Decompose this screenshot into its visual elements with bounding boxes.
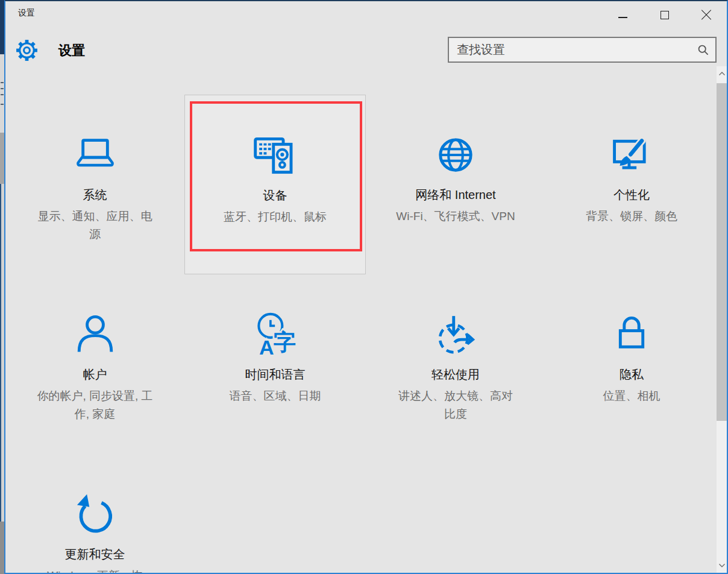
tile-subtitle: 位置、相机 <box>570 387 694 405</box>
tile-title: 更新和安全 <box>5 546 184 563</box>
tile-subtitle: 你的帐户, 同步设置, 工作, 家庭 <box>33 387 157 423</box>
minimize-button[interactable] <box>602 1 644 29</box>
tile-subtitle: 语音、区域、日期 <box>213 387 337 405</box>
laptop-icon <box>5 131 184 179</box>
minimize-icon <box>618 17 627 18</box>
tile-subtitle: Wi-Fi、飞行模式、VPN <box>374 207 538 226</box>
tile-title: 系统 <box>5 187 184 203</box>
tile-privacy[interactable]: 隐私 位置、相机 <box>545 274 718 454</box>
svg-text:A: A <box>259 336 274 359</box>
refresh-icon <box>5 490 184 538</box>
search-icon[interactable] <box>697 44 709 56</box>
tile-title: 时间和语言 <box>184 367 366 383</box>
tile-title: 帐户 <box>5 367 184 383</box>
background-text-speck <box>1 82 4 83</box>
tile-network-internet[interactable]: 网络和 Internet Wi-Fi、飞行模式、VPN <box>366 95 545 274</box>
background-window-strip <box>0 54 4 133</box>
clock-language-icon: A 字 <box>184 311 366 359</box>
settings-window: 设置 <box>4 0 728 574</box>
tile-update-security[interactable]: 更新和安全 Windows 更新、恢 <box>5 454 184 574</box>
window-controls <box>602 1 727 29</box>
tile-time-language[interactable]: A 字 时间和语言 语音、区域、日期 <box>184 274 366 454</box>
background-text-speck <box>1 94 4 95</box>
background-window-strip <box>0 184 4 522</box>
background-text-speck <box>1 104 4 105</box>
settings-tile-grid: 系统 显示、通知、应用、电源 <box>5 95 718 574</box>
tile-subtitle: 讲述人、放大镜、高对比度 <box>394 387 518 423</box>
maximize-icon <box>661 11 669 19</box>
svg-text:字: 字 <box>273 329 295 355</box>
window-title: 设置 <box>18 8 35 19</box>
tile-devices[interactable]: 设备 蓝牙、打印机、鼠标 <box>184 95 366 274</box>
background-window-titlebar-strip <box>0 0 4 54</box>
close-icon <box>701 10 712 20</box>
titlebar[interactable]: 设置 <box>5 1 727 30</box>
tile-subtitle: 蓝牙、打印机、鼠标 <box>213 208 337 226</box>
person-icon <box>5 311 184 359</box>
page-title: 设置 <box>58 42 85 60</box>
background-window-strip <box>0 133 4 184</box>
tile-ease-of-access[interactable]: 轻松使用 讲述人、放大镜、高对比度 <box>366 274 545 454</box>
search-settings-box <box>448 37 717 63</box>
tile-system[interactable]: 系统 显示、通知、应用、电源 <box>5 95 184 274</box>
tile-title: 网络和 Internet <box>366 187 545 203</box>
tile-title: 个性化 <box>545 187 718 203</box>
tile-title: 隐私 <box>545 367 718 383</box>
search-settings-input[interactable] <box>449 38 715 62</box>
maximize-button[interactable] <box>644 1 685 29</box>
monitor-paintbrush-icon <box>545 131 718 179</box>
tile-accounts[interactable]: 帐户 你的帐户, 同步设置, 工作, 家庭 <box>5 274 184 454</box>
scroll-down-button[interactable] <box>717 560 727 572</box>
tile-subtitle: 背景、锁屏、颜色 <box>570 207 694 226</box>
ease-of-access-icon <box>366 311 545 359</box>
scrollbar-thumb[interactable] <box>717 83 727 421</box>
background-window-sliver <box>0 0 4 574</box>
background-text-speck <box>1 88 4 89</box>
tile-title: 设备 <box>185 188 365 204</box>
tile-subtitle: Windows 更新、恢 <box>13 567 177 574</box>
keyboard-speaker-icon <box>185 131 365 180</box>
tile-subtitle: 显示、通知、应用、电源 <box>33 207 157 244</box>
tile-personalization[interactable]: 个性化 背景、锁屏、颜色 <box>545 95 718 274</box>
globe-icon <box>366 131 545 179</box>
lock-icon <box>545 311 718 359</box>
settings-gear-icon <box>14 38 39 63</box>
scroll-up-button[interactable] <box>717 68 727 80</box>
vertical-scrollbar[interactable] <box>717 66 727 573</box>
close-button[interactable] <box>685 1 727 29</box>
tile-title: 轻松使用 <box>366 367 545 383</box>
background-window-strip <box>0 522 4 574</box>
